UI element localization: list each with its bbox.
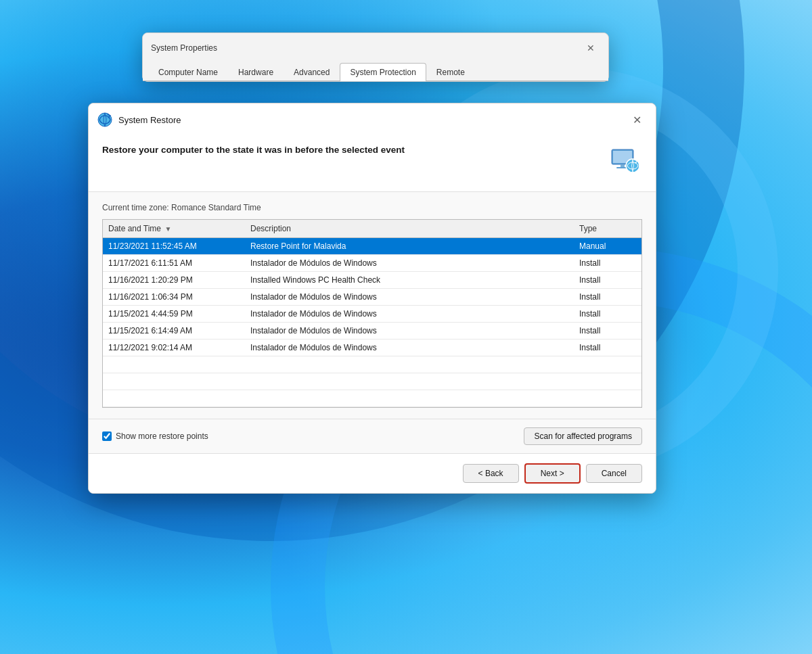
cell-type: Install [574,340,641,356]
cell-type: Install [574,306,641,323]
cell-description: Instalador de Módulos de Windows [245,255,574,272]
restore-title-left: System Restore [97,112,181,128]
cell-type: Install [574,272,641,289]
cell-datetime: 11/17/2021 6:11:51 AM [103,255,245,272]
timezone-label: Current time zone: Romance Standard Time [102,203,642,212]
cell-description: Instalador de Módulos de Windows [245,289,574,306]
table-body: 11/23/2021 11:52:45 AM Restore Point for… [103,238,641,407]
table-row-empty [103,390,641,407]
tab-system-protection[interactable]: System Protection [340,63,426,81]
table-row[interactable]: 11/12/2021 9:02:14 AM Instalador de Módu… [103,340,641,356]
system-properties-window: System Properties ✕ Computer Name Hardwa… [142,32,609,82]
cell-datetime: 11/16/2021 1:20:29 PM [103,272,245,289]
system-restore-icon [97,112,113,128]
cell-datetime: 11/23/2021 11:52:45 AM [103,238,245,255]
cell-type: Install [574,255,641,272]
cell-description: Instalador de Módulos de Windows [245,306,574,323]
cell-description: Installed Windows PC Health Check [245,272,574,289]
restore-header-icon [608,144,642,178]
cell-datetime: 11/12/2021 9:02:14 AM [103,340,245,356]
table-row[interactable]: 11/23/2021 11:52:45 AM Restore Point for… [103,238,641,255]
sort-arrow-icon: ▼ [164,225,171,233]
show-more-label[interactable]: Show more restore points [102,431,208,441]
scan-affected-programs-button[interactable]: Scan for affected programs [524,427,642,445]
restore-body: Current time zone: Romance Standard Time… [89,192,656,419]
system-restore-dialog: System Restore ✕ Restore your computer t… [88,103,656,494]
cell-datetime: 11/15/2021 4:44:59 PM [103,306,245,323]
col-header-type[interactable]: Type [574,220,641,238]
restore-table: Date and Time ▼ Description Type 11/23/2… [103,220,641,407]
table-row[interactable]: 11/16/2021 1:20:29 PM Installed Windows … [103,272,641,289]
col-header-datetime[interactable]: Date and Time ▼ [103,220,245,238]
restore-titlebar: System Restore ✕ [89,103,656,136]
table-row-empty [103,373,641,390]
restore-close-button[interactable]: ✕ [627,110,646,129]
table-row[interactable]: 11/15/2021 6:14:49 AM Instalador de Módu… [103,323,641,340]
tab-hardware[interactable]: Hardware [228,63,284,81]
restore-title-text: System Restore [118,115,181,125]
col-header-description[interactable]: Description [245,220,574,238]
svg-rect-3 [621,164,625,167]
cell-description: Restore Point for Malavida [245,238,574,255]
cell-description: Instalador de Módulos de Windows [245,323,574,340]
cell-type: Manual [574,238,641,255]
next-button[interactable]: Next > [524,463,581,484]
window-controls: ✕ [581,39,600,57]
tab-remote[interactable]: Remote [426,63,475,81]
show-more-checkbox[interactable] [102,431,112,441]
restore-heading: Restore your computer to the state it wa… [102,144,405,157]
table-row[interactable]: 11/17/2021 6:11:51 AM Instalador de Módu… [103,255,641,272]
table-row[interactable]: 11/16/2021 1:06:34 PM Instalador de Módu… [103,289,641,306]
restore-actions: < Back Next > Cancel [89,453,656,493]
cell-datetime: 11/15/2021 6:14:49 AM [103,323,245,340]
cell-description: Instalador de Módulos de Windows [245,340,574,356]
cell-type: Install [574,323,641,340]
system-properties-tabs: Computer Name Hardware Advanced System P… [143,63,608,81]
table-header: Date and Time ▼ Description Type [103,220,641,238]
table-row-empty [103,356,641,373]
system-properties-title: System Properties [151,43,217,53]
system-properties-titlebar: System Properties ✕ [143,33,608,63]
cell-type: Install [574,289,641,306]
tab-advanced[interactable]: Advanced [284,63,340,81]
table-row[interactable]: 11/15/2021 4:44:59 PM Instalador de Módu… [103,306,641,323]
restore-footer: Show more restore points Scan for affect… [89,419,656,453]
back-button[interactable]: < Back [463,464,519,483]
restore-header: Restore your computer to the state it wa… [89,136,656,192]
tab-computer-name[interactable]: Computer Name [148,63,228,81]
system-properties-close-button[interactable]: ✕ [581,39,600,57]
cell-datetime: 11/16/2021 1:06:34 PM [103,289,245,306]
restore-table-container: Date and Time ▼ Description Type 11/23/2… [102,219,642,408]
cancel-button[interactable]: Cancel [586,464,642,483]
